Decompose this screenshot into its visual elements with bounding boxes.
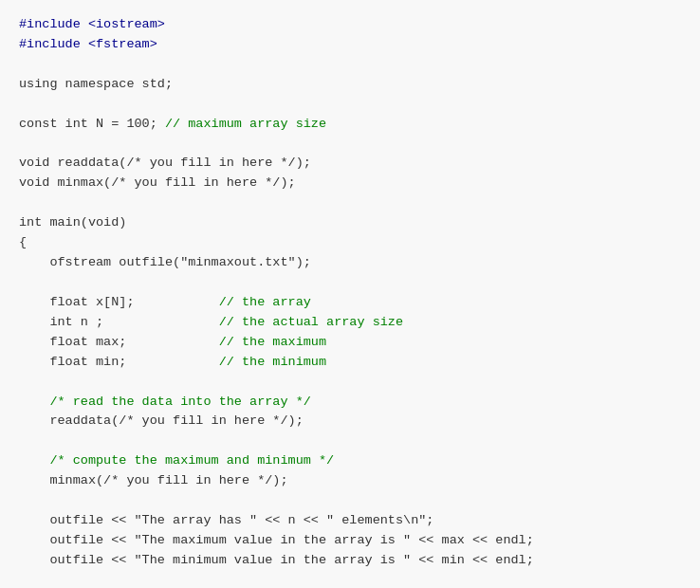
code-text: float max; // the maximum <box>19 335 326 349</box>
code-text: outfile << "The minimum value in the arr… <box>19 553 534 567</box>
code-line: outfile << "The maximum value in the arr… <box>19 531 681 551</box>
code-text: void readdata(/* you fill in here */); <box>19 156 311 170</box>
code-text: #include <iostream> <box>19 17 165 31</box>
code-line: #include <fstream> <box>19 35 681 55</box>
code-line: /* compute the maximum and minimum */ <box>19 451 681 471</box>
code-text: { <box>19 235 27 249</box>
code-text: readdata(/* you fill in here */); <box>19 413 304 428</box>
code-line-empty <box>19 273 681 293</box>
code-text: /* compute the maximum and minimum */ <box>19 453 334 468</box>
code-text: outfile << "The array has " << n << " el… <box>19 513 433 527</box>
code-line: ofstream outfile("minmaxout.txt"); <box>19 253 681 273</box>
code-line: float x[N]; // the array <box>19 293 681 313</box>
code-line: using namespace std; <box>19 75 681 95</box>
code-text: minmax(/* you fill in here */); <box>19 473 288 487</box>
code-text: void minmax(/* you fill in here */); <box>19 175 296 190</box>
code-line: int n ; // the actual array size <box>19 313 681 333</box>
code-line: /* read the data into the array */ <box>19 393 681 413</box>
code-line: void minmax(/* you fill in here */); <box>19 174 681 193</box>
code-line: outfile << "The array has " << n << " el… <box>19 511 681 531</box>
code-editor: #include <iostream> #include <fstream> u… <box>0 0 700 588</box>
code-line-empty <box>19 193 681 213</box>
code-line-empty <box>19 432 681 451</box>
code-line: readdata(/* you fill in here */); <box>19 412 681 432</box>
code-line: float max; // the maximum <box>19 333 681 353</box>
code-line-empty <box>19 571 681 588</box>
code-line-empty <box>19 95 681 115</box>
code-text: int n ; // the actual array size <box>19 315 403 329</box>
code-line-empty <box>19 135 681 155</box>
code-line: { <box>19 233 681 253</box>
code-line: outfile << "The minimum value in the arr… <box>19 551 681 571</box>
code-text: int main(void) <box>19 215 126 230</box>
code-line-empty <box>19 373 681 393</box>
code-line-empty <box>19 491 681 511</box>
code-text: float min; // the minimum <box>19 355 326 369</box>
code-line: const int N = 100; // maximum array size <box>19 115 681 135</box>
code-line: minmax(/* you fill in here */); <box>19 471 681 491</box>
code-text: #include <fstream> <box>19 37 157 51</box>
code-line-empty <box>19 55 681 75</box>
code-text: const int N = 100; // maximum array size <box>19 117 326 131</box>
code-line: int main(void) <box>19 213 681 233</box>
code-text: /* read the data into the array */ <box>19 395 311 409</box>
code-text: using namespace std; <box>19 77 173 91</box>
code-text: ofstream outfile("minmaxout.txt"); <box>19 255 311 269</box>
code-line: #include <iostream> <box>19 15 681 35</box>
code-line: float min; // the minimum <box>19 353 681 373</box>
code-text: outfile << "The maximum value in the arr… <box>19 533 534 547</box>
code-text: float x[N]; // the array <box>19 295 311 309</box>
code-line: void readdata(/* you fill in here */); <box>19 154 681 174</box>
